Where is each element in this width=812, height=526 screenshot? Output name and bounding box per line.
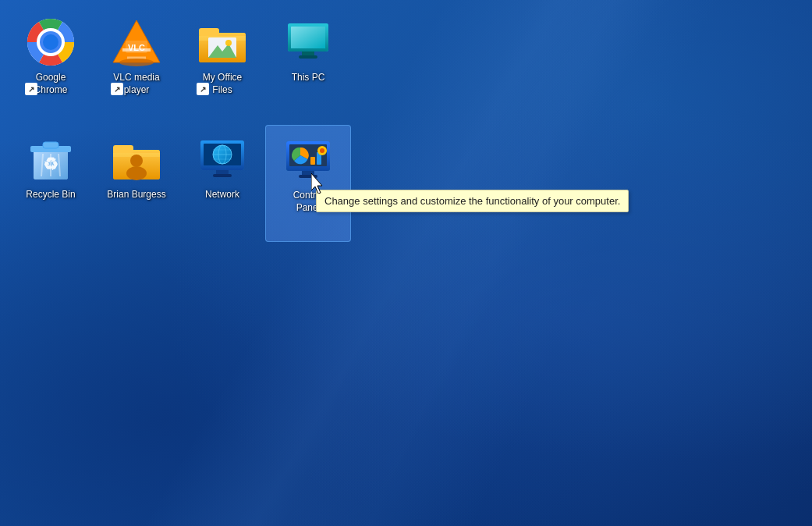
svg-rect-47 bbox=[216, 170, 229, 174]
svg-point-37 bbox=[126, 166, 147, 180]
svg-rect-59 bbox=[299, 175, 317, 178]
svg-rect-48 bbox=[213, 174, 232, 177]
brian-burgess-icon bbox=[112, 134, 161, 184]
brian-burgess-label: Brian Burgess bbox=[107, 189, 165, 201]
svg-point-3 bbox=[43, 34, 59, 50]
shortcut-arrow-vlc: ↗ bbox=[111, 83, 123, 95]
shortcut-arrow-office-files: ↗ bbox=[197, 83, 209, 95]
my-office-files-icon bbox=[197, 17, 247, 67]
svg-rect-27 bbox=[43, 142, 59, 148]
svg-rect-22 bbox=[302, 52, 314, 55]
control-panel-label: ControlPanel bbox=[293, 190, 324, 214]
svg-text:VLC: VLC bbox=[128, 43, 145, 52]
svg-rect-12 bbox=[199, 28, 219, 36]
desktop-icon-my-office-files[interactable]: ↗ My OfficeFiles bbox=[179, 8, 265, 125]
svg-point-17 bbox=[225, 40, 232, 46]
desktop-icon-vlc[interactable]: VLC ↗ VLC mediaplayer bbox=[94, 8, 179, 125]
desktop-icon-control-panel[interactable]: ControlPanel bbox=[265, 125, 351, 242]
desktop-icon-brian-burgess[interactable]: Brian Burgess bbox=[94, 125, 179, 242]
this-pc-icon bbox=[283, 17, 333, 67]
svg-rect-53 bbox=[310, 157, 315, 165]
svg-rect-34 bbox=[113, 145, 133, 153]
this-pc-label: This PC bbox=[292, 72, 325, 84]
desktop-icon-this-pc[interactable]: This PC bbox=[265, 8, 351, 125]
google-chrome-icon bbox=[26, 17, 76, 67]
desktop-icon-recycle-bin[interactable]: ♻ Recycle Bin bbox=[8, 125, 94, 242]
google-chrome-label: GoogleChrome bbox=[34, 72, 68, 96]
network-label: Network bbox=[205, 189, 239, 201]
shortcut-arrow-chrome: ↗ bbox=[25, 83, 37, 95]
desktop-icon-grid: ↗ GoogleChrome VLC ↗ VLC mediaplayer bbox=[8, 8, 351, 242]
network-icon bbox=[197, 134, 247, 184]
recycle-bin-icon: ♻ bbox=[26, 134, 76, 184]
svg-rect-21 bbox=[291, 27, 325, 48]
desktop-icon-network[interactable]: Network bbox=[179, 125, 265, 242]
svg-point-7 bbox=[119, 59, 154, 66]
desktop-icon-google-chrome[interactable]: ↗ GoogleChrome bbox=[8, 8, 94, 125]
svg-rect-23 bbox=[299, 55, 317, 59]
vlc-icon: VLC bbox=[112, 17, 161, 67]
svg-point-57 bbox=[320, 148, 324, 153]
recycle-bin-label: Recycle Bin bbox=[26, 189, 75, 201]
svg-rect-58 bbox=[302, 171, 314, 175]
svg-point-36 bbox=[130, 155, 143, 167]
control-panel-icon bbox=[283, 135, 333, 185]
